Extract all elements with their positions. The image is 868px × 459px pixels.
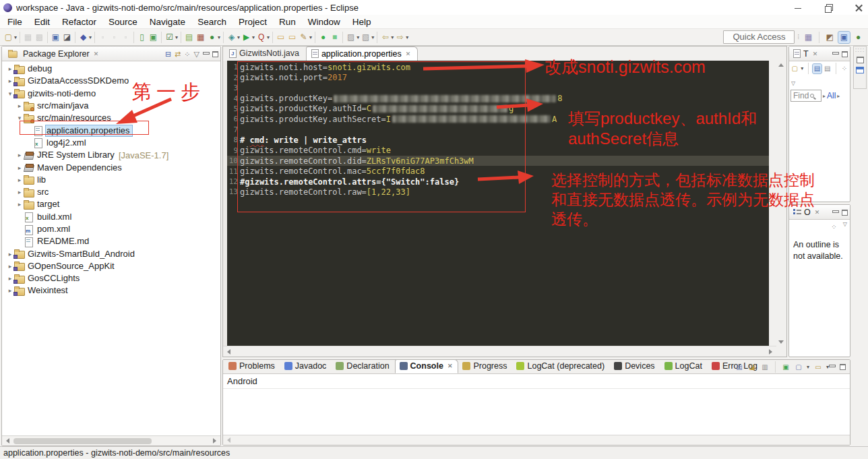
code-line[interactable]: 10gizwits.remoteControl.did=ZLRsTv6niG77… [227, 156, 769, 166]
run-icon-dropdown[interactable]: ▾ [252, 34, 255, 40]
tree-item-src[interactable]: ▸src [2, 186, 220, 198]
debug-icon-dropdown[interactable]: ▾ [237, 34, 240, 40]
back-icon-dropdown[interactable]: ▾ [391, 34, 394, 40]
task-filter-all-link[interactable]: All [827, 91, 836, 100]
new-wizard-icon[interactable]: ▢ [3, 32, 14, 43]
mark-occurrences-icon-dropdown[interactable]: ▾ [356, 34, 359, 40]
minimize-view-icon[interactable] [829, 364, 835, 370]
code-line[interactable]: 4gizwits.productKey=8 [227, 93, 769, 103]
forward-icon-dropdown[interactable]: ▾ [406, 34, 408, 40]
display-selected-console-icon[interactable]: ▣ [781, 363, 790, 372]
menu-source[interactable]: Source [102, 17, 144, 27]
external-tools-icon[interactable]: Q [255, 32, 267, 43]
restore-panel-icon[interactable] [856, 67, 864, 73]
menu-navigate[interactable]: Navigate [144, 17, 191, 27]
save-all-icon[interactable]: ▩ [34, 32, 45, 43]
toggle-breadcrumb-icon-dropdown[interactable]: ▾ [371, 34, 374, 40]
expand-arrow-icon[interactable]: ▸ [16, 152, 24, 158]
tree-item-maven-dependencies[interactable]: ▸Maven Dependencies [2, 161, 220, 173]
external-tools-icon-dropdown[interactable]: ▾ [267, 34, 270, 40]
menu-run[interactable]: Run [273, 17, 302, 27]
open-console-icon[interactable]: ▢ [794, 363, 803, 372]
run-icon[interactable]: ▶ [241, 32, 252, 43]
console-content[interactable]: Android [223, 374, 850, 435]
remove-launch-icon[interactable]: ▤ [735, 363, 744, 372]
menu-dropdown-icon[interactable]: ▽ [194, 51, 199, 58]
annotate-icon[interactable]: ✎ [298, 32, 309, 43]
expand-right-icon[interactable]: ▸ [837, 93, 840, 99]
expand-arrow-icon[interactable]: ▸ [16, 102, 24, 109]
toggle-breadcrumb-icon[interactable]: ▧ [360, 32, 371, 43]
maximize-view-icon[interactable] [212, 51, 218, 57]
ddms-icon[interactable]: ▦ [195, 32, 206, 43]
view-menu-icon[interactable]: ⁘ [184, 51, 190, 58]
console-tab-logcat-deprecated-[interactable]: LogCat (deprecated) [512, 359, 610, 373]
close-view-icon[interactable]: ✕ [94, 51, 99, 57]
forward-icon[interactable]: ⇨ [394, 32, 406, 43]
drag-handle-icon[interactable]: ········ [855, 48, 865, 53]
maximize-view-icon[interactable] [842, 51, 848, 57]
collapse-all-icon[interactable]: ⊟ [165, 51, 171, 58]
minimize-window-icon[interactable] [795, 4, 802, 11]
expand-arrow-icon[interactable]: ▸ [16, 177, 24, 183]
menu-help[interactable]: Help [346, 17, 377, 27]
profile-icon[interactable]: ● [317, 32, 329, 43]
gwt-icon-dropdown[interactable]: ▾ [218, 34, 220, 40]
minimize-view-icon[interactable] [832, 210, 838, 216]
scroll-right-icon[interactable] [769, 349, 772, 355]
close-tab-icon[interactable]: ✕ [406, 51, 411, 57]
tree-item-lib[interactable]: ▸lib [2, 174, 220, 186]
tree-item-debug[interactable]: ▸debug [2, 63, 220, 75]
menu-refactor[interactable]: Refactor [56, 17, 102, 27]
scroll-down-icon[interactable] [778, 340, 784, 344]
new-android-project-icon[interactable]: ▤ [183, 32, 195, 43]
editor-tab-gizwitsnoti-java[interactable]: GizwitsNoti.java [224, 47, 306, 61]
coverage-icon[interactable]: ■ [329, 32, 340, 43]
close-tab-icon[interactable]: ✕ [447, 363, 453, 369]
task-find-input[interactable]: Find [790, 90, 822, 102]
checkbox-icon-dropdown[interactable]: ▾ [175, 34, 178, 40]
tree-item-weixintest[interactable]: ▸Weixintest [2, 284, 220, 297]
restore-window-icon[interactable] [825, 4, 832, 11]
tree-item-readme-md[interactable]: README.md [2, 235, 220, 247]
close-view-icon[interactable]: ✕ [813, 51, 818, 57]
save-icon[interactable]: ▦ [22, 32, 34, 43]
scrollbar-thumb[interactable] [13, 438, 152, 444]
tree-item-gizwits-smartbuld-android[interactable]: ▸Gizwits-SmartBuld_Android [2, 247, 220, 259]
categorized-icon[interactable]: ▤ [813, 64, 821, 73]
restore-view-icon[interactable] [857, 57, 864, 63]
expand-left-icon[interactable]: ▸ [823, 93, 826, 99]
view-menu-icon[interactable]: ⁘ [828, 221, 840, 233]
editor-hscrollbar[interactable] [223, 346, 776, 357]
package-explorer-tab[interactable]: Package Explorer ✕ [5, 47, 101, 61]
menu-dropdown-icon[interactable]: ▽ [843, 221, 847, 233]
minimize-view-icon[interactable] [203, 51, 209, 57]
console-tab-problems[interactable]: Problems [224, 359, 280, 373]
minimize-view-icon[interactable] [832, 51, 838, 57]
tree-item-application-properties[interactable]: application.properties [2, 124, 220, 136]
open-perspective-icon[interactable]: ▦ [803, 32, 814, 43]
scroll-right-icon[interactable] [213, 438, 216, 443]
tree-item-log4j2-xml[interactable]: xlog4j2.xml [2, 137, 220, 149]
tree-item-goscclights[interactable]: ▸GosCCLights [2, 272, 220, 284]
expand-arrow-icon[interactable]: ▸ [16, 164, 24, 171]
menu-search[interactable]: Search [191, 17, 232, 27]
android-sdk-manager-icon[interactable]: ▣ [148, 32, 159, 43]
tree-item-src-main-resources[interactable]: ▾src/main/resources [2, 112, 220, 124]
resource-perspective-icon[interactable]: ◩ [824, 32, 836, 43]
import-folder-icon[interactable]: ▭ [286, 32, 298, 43]
scroll-left-icon[interactable] [227, 349, 230, 355]
console-tab-progress[interactable]: Progress [458, 359, 512, 373]
cursor-icon[interactable]: ◪ [61, 32, 73, 43]
expand-arrow-icon[interactable]: ▸ [16, 189, 24, 195]
close-view-icon[interactable]: ✕ [815, 209, 820, 216]
package-explorer-hscrollbar[interactable] [2, 435, 220, 446]
new-task-icon[interactable]: ▢ [790, 64, 799, 73]
quick-access-button[interactable]: Quick Access [723, 30, 795, 44]
tree-item-jre-system-library[interactable]: ▸JRE System Library[JavaSE-1.7] [2, 149, 220, 161]
pin-console-icon[interactable]: ▥ [760, 363, 770, 372]
scheduled-icon[interactable]: ▤ [824, 64, 832, 73]
open-task-icon[interactable]: ▣ [50, 32, 61, 43]
update-project-icon-dropdown[interactable]: ▾ [89, 34, 92, 40]
menu-edit[interactable]: Edit [28, 17, 56, 27]
